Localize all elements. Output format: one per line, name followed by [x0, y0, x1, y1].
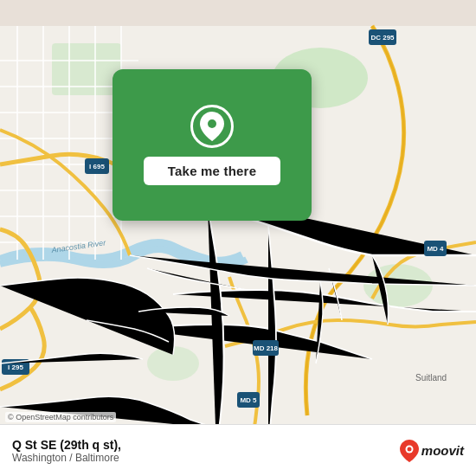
svg-point-34 — [208, 119, 216, 128]
svg-text:I 295: I 295 — [8, 363, 23, 371]
moovit-logo: moovit — [400, 440, 464, 462]
moovit-brand-text: moovit — [421, 443, 464, 458]
svg-point-36 — [407, 447, 411, 451]
navigation-popup: Take me there — [113, 69, 312, 221]
map-container: DC 295 I 695 I 295 MD 218 MD 5 MD 5 MD 4… — [0, 0, 476, 476]
svg-rect-2 — [52, 43, 121, 95]
svg-text:I 695: I 695 — [89, 163, 105, 170]
svg-text:MD 5: MD 5 — [240, 396, 257, 404]
moovit-pin-icon — [400, 440, 419, 462]
location-subtitle: Washington / Baltimore — [12, 452, 121, 464]
location-title: Q St SE (29th q st), — [12, 438, 121, 452]
svg-point-3 — [363, 264, 433, 307]
svg-text:MD 218: MD 218 — [254, 344, 279, 352]
svg-text:MD 4: MD 4 — [427, 245, 444, 253]
svg-text:DC 295: DC 295 — [370, 34, 395, 42]
copyright-text: © OpenStreetMap contributors — [5, 412, 116, 422]
location-pin-icon — [190, 105, 234, 148]
location-info: Q St SE (29th q st), Washington / Baltim… — [12, 438, 121, 464]
bottom-bar: Q St SE (29th q st), Washington / Baltim… — [0, 424, 476, 476]
take-me-there-button[interactable]: Take me there — [144, 157, 280, 185]
svg-text:Suitland: Suitland — [415, 373, 447, 383]
